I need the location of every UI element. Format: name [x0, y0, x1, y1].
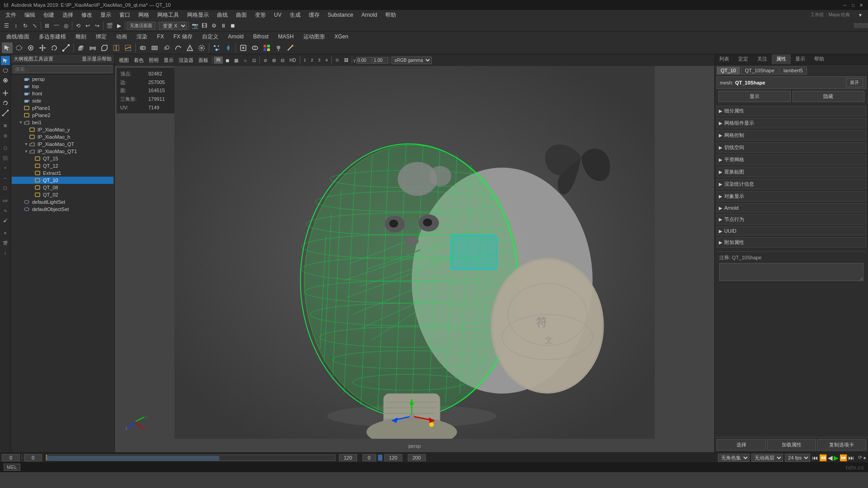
lasso-vert-btn[interactable] [1, 66, 10, 75]
section-smooth-header[interactable]: ▶ 平滑网格 [717, 155, 866, 165]
scale-icon[interactable] [61, 42, 71, 53]
tree-item-front[interactable]: front [12, 90, 113, 97]
snap-to-surface[interactable]: ◎ [61, 21, 71, 30]
sidebar-display-menu[interactable]: 显示 [82, 56, 92, 62]
move-tool-btn[interactable]: ↕ [11, 21, 20, 30]
extrude-icon[interactable] [75, 42, 86, 53]
menu-generate[interactable]: 生成 [286, 10, 304, 20]
quick-select-icon[interactable] [238, 42, 249, 53]
paint-select-icon[interactable] [25, 42, 36, 53]
play-fwd-btn[interactable]: ▶ [834, 454, 839, 461]
active-object-dropdown[interactable]: 变更 X [159, 22, 187, 30]
anim-range-start[interactable] [363, 454, 376, 461]
tab-xgen[interactable]: XGen [330, 33, 353, 41]
menu-edit[interactable]: 编辑 [21, 10, 39, 20]
menu-create[interactable]: 创建 [40, 10, 58, 20]
soft-select-btn[interactable]: ◎ [1, 131, 10, 140]
particles-icon[interactable] [211, 42, 222, 53]
render-still-btn[interactable]: 📷 [190, 21, 199, 30]
menu-select[interactable]: 选择 [59, 10, 77, 20]
triangulate-icon[interactable] [184, 42, 195, 53]
show-render-settings[interactable]: ⚙ [209, 21, 218, 30]
vp-lighting-btn[interactable]: ☼ [241, 57, 250, 63]
separate-icon[interactable] [149, 42, 160, 53]
color-space-dropdown[interactable]: sRGB gamma [392, 56, 432, 64]
menu-substance[interactable]: Substance [324, 11, 357, 19]
tab-bifrost[interactable]: Bifrost [249, 33, 273, 41]
smooth-icon[interactable] [173, 42, 184, 53]
menu-arnold[interactable]: Arnold [358, 11, 381, 19]
go-end-btn[interactable]: ⏭ [848, 454, 854, 461]
vp-textured-btn[interactable]: ▦ [232, 57, 241, 63]
paint-weights-btn[interactable]: 🖌 [1, 216, 10, 225]
note-textarea[interactable] [719, 263, 863, 281]
combine-icon[interactable] [137, 42, 148, 53]
tab-curves-surfaces[interactable]: 曲线/曲面 [2, 32, 34, 42]
object-mode-btn[interactable]: ⬛ [1, 154, 10, 163]
rotate-vert-btn[interactable] [1, 99, 10, 108]
hide-btn[interactable]: 隐藏 [793, 91, 865, 102]
stop-btn[interactable]: ⏹ [228, 21, 237, 30]
select-tool-icon[interactable] [2, 42, 13, 53]
vp-show-menu[interactable]: 显示 [161, 56, 176, 64]
fps-dropdown[interactable]: 24 fps [785, 454, 810, 462]
menu-help[interactable]: 帮助 [382, 10, 400, 20]
tree-item-QT_10[interactable]: QT_10 [12, 177, 113, 184]
menu-deform[interactable]: 变形 [251, 10, 269, 20]
tree-item-IP_XiaoMao_h[interactable]: IP_XiaoMao_h [12, 133, 113, 141]
menu-mesh[interactable]: 网格 [135, 10, 153, 20]
vp-toggle2[interactable]: 2 [309, 57, 316, 63]
menu-modify[interactable]: 修改 [78, 10, 96, 20]
tab-rigging[interactable]: 绑定 [91, 32, 111, 42]
right-tab-help[interactable]: 帮助 [810, 54, 829, 64]
vp-camera-options[interactable]: ⊙ [333, 57, 341, 63]
section-mesh-control-header[interactable]: ▶ 网格控制 [717, 130, 866, 141]
multi-cut-icon[interactable] [123, 42, 133, 53]
vp-frame-btn[interactable]: ⊞ [270, 57, 278, 63]
tab-animation[interactable]: 动画 [112, 32, 132, 42]
tab-poly[interactable]: 多边形建模 [34, 32, 71, 42]
vp-shading-menu[interactable]: 着色 [132, 56, 146, 64]
tree-item-pPlane2[interactable]: pPlane2 [12, 112, 113, 119]
fluids-icon[interactable] [223, 42, 234, 53]
tree-item-IP_XiaoMao_QT[interactable]: ▼IP_XiaoMao_QT [12, 141, 113, 148]
vp-image-plane[interactable]: 🖼 [342, 57, 350, 63]
node-tab-qt10[interactable]: QT_10 [717, 66, 740, 75]
tab-arnold[interactable]: Arnold [223, 33, 248, 41]
menu-file[interactable]: 文件 [2, 10, 20, 20]
vp-lighting-menu[interactable]: 照明 [146, 56, 161, 64]
render-layer-btn[interactable]: 🎬 [1, 239, 10, 248]
tree-item-defaultObjectSet[interactable]: defaultObjectSet [12, 206, 113, 213]
tree-item-defaultLightSet[interactable]: defaultLightSet [12, 198, 113, 206]
play-back-btn[interactable]: ◀ [828, 454, 833, 461]
snap-vert-btn[interactable]: ⊞ [1, 121, 10, 130]
tab-fx-store[interactable]: FX 储存 [169, 32, 198, 42]
menu-uv[interactable]: UV [270, 11, 285, 19]
section-render-stats-header[interactable]: ▶ 渲染统计信息 [717, 179, 866, 189]
node-tab-qt10shape[interactable]: QT_10Shape [741, 66, 778, 75]
bevel-icon[interactable] [99, 42, 110, 53]
no-active-surface-btn[interactable]: 无激活面面 [127, 22, 156, 30]
tree-item-IP_XiaoMao_y[interactable]: IP_XiaoMao_y [12, 126, 113, 133]
gamma-input2[interactable] [373, 57, 388, 64]
render-btn[interactable]: 🎬 [105, 21, 114, 30]
tab-mash[interactable]: MASH [274, 33, 298, 41]
vp-isolate-btn[interactable]: ⊘ [261, 57, 269, 63]
tree-item-top[interactable]: top [12, 83, 113, 90]
go-start-btn[interactable]: ⏮ [812, 454, 818, 461]
section-subdivision-header[interactable]: ▶ 细分属性 [717, 106, 866, 116]
search-input[interactable] [13, 65, 113, 73]
tree-item-IP_XiaoMao_QT1[interactable]: ▼IP_XiaoMao_QT1 [12, 148, 113, 155]
tab-fx[interactable]: 渲染 [132, 32, 152, 42]
edge-mode-btn[interactable]: ─ [1, 174, 10, 183]
anim-range-end[interactable] [384, 454, 402, 461]
tree-item-side[interactable]: side [12, 97, 113, 104]
section-node-behavior-header[interactable]: ▶ 节点行为 [717, 214, 866, 225]
right-tab-attr[interactable]: 属性 [772, 54, 791, 64]
range-end-input[interactable] [339, 454, 357, 461]
section-arnold-header[interactable]: ▶ Arnold [717, 203, 866, 212]
vp-toggle4[interactable]: 4 [323, 57, 330, 63]
redo-btn[interactable]: ↪ [93, 21, 102, 30]
scale-vert-btn[interactable] [1, 108, 10, 117]
vp-xray-btn[interactable]: ⊡ [250, 57, 258, 63]
